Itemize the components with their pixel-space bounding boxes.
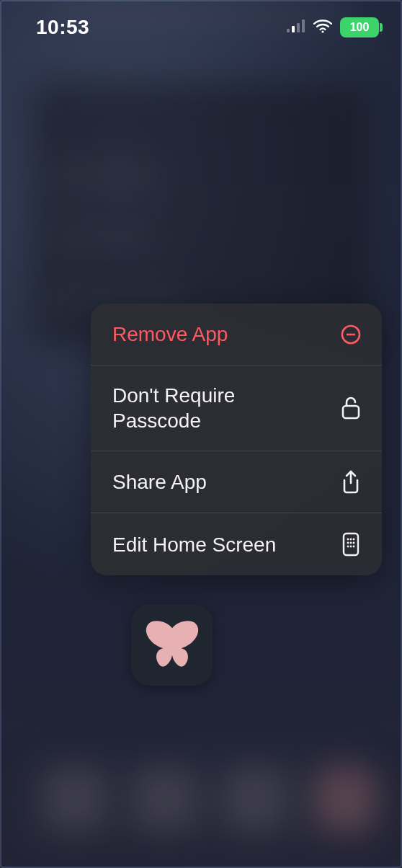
svg-rect-7	[343, 406, 359, 418]
status-indicators: 100	[287, 17, 379, 37]
cellular-icon	[287, 19, 305, 35]
svg-point-14	[353, 542, 355, 544]
battery-indicator: 100	[340, 17, 379, 37]
menu-item-label: Remove App	[112, 322, 228, 347]
app-icon[interactable]	[131, 604, 213, 686]
svg-rect-1	[292, 26, 295, 32]
menu-item-label: Edit Home Screen	[112, 532, 276, 557]
wifi-icon	[313, 19, 333, 36]
app-context-menu: Remove App Don't Require Passcode Share …	[91, 304, 382, 575]
share-icon	[339, 470, 363, 495]
svg-point-10	[350, 539, 352, 541]
apps-grid-icon	[339, 532, 363, 557]
svg-rect-0	[287, 29, 290, 32]
menu-item-label: Don't Require Passcode	[112, 383, 329, 433]
svg-rect-2	[297, 23, 300, 32]
svg-point-9	[347, 539, 349, 541]
svg-point-13	[350, 542, 352, 544]
svg-point-16	[350, 546, 352, 548]
svg-rect-8	[344, 533, 358, 555]
menu-item-edit-home-screen[interactable]: Edit Home Screen	[91, 513, 382, 575]
menu-item-share-app[interactable]: Share App	[91, 451, 382, 513]
menu-item-remove-app[interactable]: Remove App	[91, 304, 382, 366]
menu-item-label: Share App	[112, 469, 207, 495]
svg-point-4	[321, 30, 323, 32]
svg-point-17	[353, 546, 355, 548]
lock-open-icon	[339, 396, 363, 420]
butterfly-icon	[144, 618, 200, 673]
status-time: 10:53	[36, 16, 89, 39]
svg-point-11	[353, 539, 355, 541]
status-bar: 10:53 100	[1, 1, 401, 53]
svg-point-12	[347, 542, 349, 544]
minus-circle-icon	[339, 324, 363, 345]
menu-item-dont-require-passcode[interactable]: Don't Require Passcode	[91, 366, 382, 451]
svg-rect-3	[302, 19, 305, 32]
svg-point-15	[347, 546, 349, 548]
